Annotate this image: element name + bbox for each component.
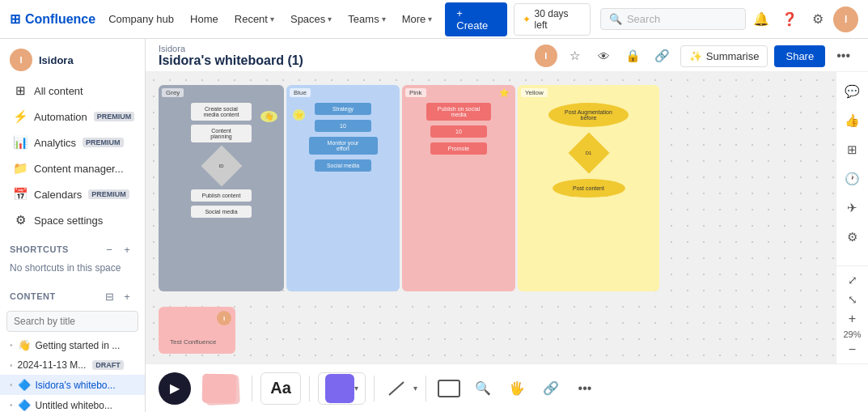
user-avatar[interactable]: I	[833, 6, 858, 32]
nav-spaces[interactable]: Spaces ▾	[284, 8, 338, 30]
star-icon: ✦	[523, 14, 531, 25]
nav-home[interactable]: Home	[184, 8, 225, 30]
shortcuts-label: SHORTCUTS	[10, 244, 69, 254]
sidebar-item-content-manager[interactable]: 📁 Content manager...	[3, 156, 142, 181]
logo-text: Confluence	[25, 12, 95, 27]
flow-box-pink: 10	[430, 125, 487, 138]
gear-icon: ⚙	[13, 213, 28, 227]
table-icon[interactable]: ⊞	[840, 137, 866, 163]
nav-label: Teams	[348, 13, 379, 25]
flow-box-blue: Monitor youreffort	[309, 137, 378, 155]
filter-icon[interactable]: ⊟	[101, 288, 117, 304]
tree-item-untitled-whiteboard[interactable]: • 🔷 Untitled whitebo...	[0, 395, 145, 412]
zoom-out-button[interactable]: −	[841, 341, 864, 359]
lock-button[interactable]: 🔒	[622, 45, 645, 67]
nav-label: Recent	[235, 13, 268, 25]
stamp-tool-button[interactable]: 🖐	[502, 374, 531, 403]
swimlane-label: Blue	[290, 88, 311, 97]
flow-box-pink: Promote	[430, 142, 487, 155]
create-button[interactable]: + Create	[445, 2, 506, 36]
sidebar-item-space-settings[interactable]: ⚙ Space settings	[3, 208, 142, 232]
flow-box-blue: Strategy	[315, 103, 371, 115]
sidebar-item-analytics[interactable]: 📊 Analytics PREMIUM	[3, 130, 142, 155]
tree-item-draft[interactable]: • 2024-11-13 M... DRAFT	[0, 355, 145, 375]
flow-oval: Post Augmentationbefore	[548, 103, 629, 127]
share-button[interactable]: Share	[774, 45, 825, 67]
nav-teams[interactable]: Teams ▾	[341, 8, 392, 30]
nav-label: Spaces	[290, 13, 325, 25]
add-shortcut-icon[interactable]: +	[119, 241, 135, 257]
zoom-in-button[interactable]: +	[841, 310, 864, 328]
view-button[interactable]: 👁	[593, 45, 616, 67]
swimlane-gray: Grey Create socialmedia content 👋 Conten…	[159, 85, 284, 291]
add-content-icon[interactable]: +	[119, 288, 135, 304]
tree-item-label: Isidora's whitebo...	[36, 380, 116, 391]
sidebar-item-automation[interactable]: ⚡ Automation PREMIUM	[3, 104, 142, 129]
tree-item-getting-started[interactable]: • 👋 Getting started in ...	[0, 335, 145, 355]
chevron-down-icon: ▾	[328, 15, 332, 23]
search-bar[interactable]: 🔍 Search	[600, 8, 746, 30]
logo[interactable]: ⊞ Confluence	[10, 11, 95, 27]
present-icon[interactable]: ✈	[840, 195, 866, 221]
comments-icon[interactable]: 💬	[840, 79, 866, 104]
text-tool-label: Aa	[270, 379, 291, 397]
link-button[interactable]: 🔗	[651, 45, 674, 67]
fit-selection-icon[interactable]: ⤡	[841, 291, 864, 308]
collapse-icon[interactable]: −	[101, 241, 117, 257]
settings-icon[interactable]: ⚙	[805, 6, 830, 32]
sidebar-item-label: Analytics	[34, 137, 76, 149]
bullet-icon: •	[10, 401, 13, 410]
star-button[interactable]: ☆	[564, 45, 586, 67]
search-icon: 🔍	[609, 13, 622, 25]
more-options-button[interactable]: •••	[832, 45, 855, 66]
sidebar-item-label: Automation	[34, 111, 87, 123]
bullet-icon: •	[10, 361, 13, 370]
search-placeholder: Search	[627, 13, 660, 25]
test-confluence-card[interactable]: Test Confluence I	[159, 307, 235, 354]
swimlane-yellow: Yellow Post Augmentationbefore D1 Post c…	[518, 85, 659, 291]
help-icon[interactable]: ❓	[777, 6, 802, 32]
text-tool-button[interactable]: Aa	[260, 372, 301, 405]
tree-item-label: Untitled whitebo...	[36, 400, 112, 411]
content-section: CONTENT ⊟ +	[0, 280, 145, 308]
ai-icon: ✨	[689, 50, 702, 62]
history-icon[interactable]: 🕐	[840, 166, 866, 192]
card-stack	[199, 372, 243, 405]
fit-to-screen-icon[interactable]: ⤢	[841, 271, 864, 289]
sidebar-item-calendars[interactable]: 📅 Calendars PREMIUM	[3, 182, 142, 206]
search-by-title-input[interactable]	[6, 311, 138, 332]
line-tool-button[interactable]	[383, 374, 412, 403]
flow-oval-2: Post content	[553, 179, 625, 198]
zoom-controls: ⤢ ⤡ + 29% −	[836, 265, 868, 363]
settings-icon[interactable]: ⚙	[840, 224, 866, 250]
separator	[426, 376, 426, 401]
separator	[252, 376, 252, 401]
content-label: CONTENT	[10, 291, 56, 301]
nav-recent[interactable]: Recent ▾	[228, 8, 281, 30]
color-fill-button[interactable]: ▾	[318, 372, 366, 405]
search-canvas-button[interactable]: 🔍	[468, 374, 498, 403]
link-tool-button[interactable]: 🔗	[536, 374, 565, 403]
play-button[interactable]: ▶	[159, 372, 191, 405]
flow-box-blue: 10	[315, 120, 371, 132]
lightning-icon: ⚡	[13, 109, 28, 124]
tree-item-isidoras-whiteboard[interactable]: • 🔷 Isidora's whitebo...	[0, 375, 145, 395]
nav-company-hub[interactable]: Company hub	[102, 8, 180, 30]
sidebar-avatar: I	[10, 49, 32, 71]
nav-more[interactable]: More ▾	[396, 8, 439, 30]
chevron-down-icon: ▾	[270, 15, 274, 23]
like-icon[interactable]: 👍	[840, 108, 866, 134]
notifications-icon[interactable]: 🔔	[749, 6, 774, 32]
flow-box: Create socialmedia content	[191, 103, 252, 121]
premium-badge: PREMIUM	[88, 189, 129, 199]
main-content-area: Isidora Isidora's whiteboard (1) I ☆ 👁 🔒…	[146, 39, 868, 412]
shape-rectangle-button[interactable]	[434, 374, 464, 403]
trial-badge[interactable]: ✦ 30 days left	[514, 3, 591, 36]
sidebar-search-container	[6, 311, 138, 332]
swimlane-pink: Pink ⭐ Publish on socialmedia 10 Promote	[402, 85, 515, 291]
flow-box: Contentplanning	[191, 125, 252, 142]
nav-label: Company hub	[108, 13, 174, 25]
sidebar-item-all-content[interactable]: ⊞ All content	[3, 79, 142, 103]
more-tools-button[interactable]: •••	[570, 374, 599, 403]
summarise-button[interactable]: ✨ Summarise	[680, 45, 768, 67]
